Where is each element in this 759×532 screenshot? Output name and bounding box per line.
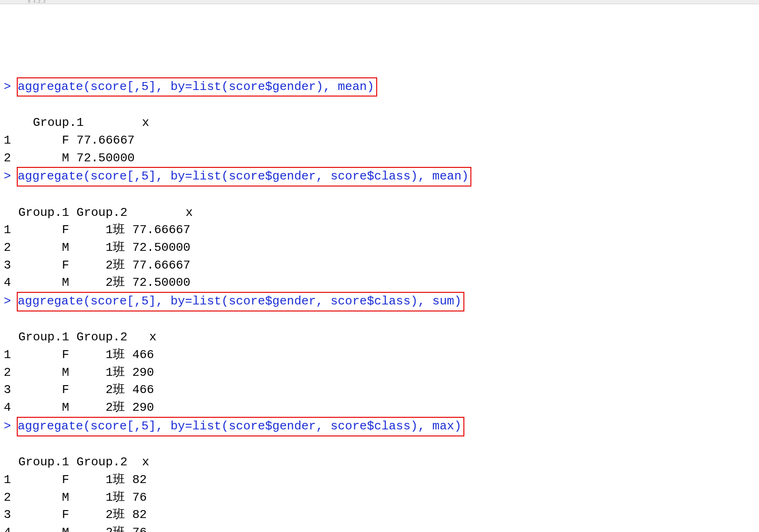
highlight-box: aggregate(score[,5], by=list(score$gende… [17,167,471,187]
console-output-line: 1 F 1班 82 [4,473,147,487]
console-output-line: Group.1 Group.2 x [4,330,157,344]
console-output-line: 4 M 2班 76 [4,525,147,532]
console-output-line: 2 M 1班 72.50000 [4,241,190,255]
prompt-symbol: > [4,418,17,435]
command-text: aggregate(score[,5], by=list(score$gende… [18,80,374,94]
console-output-line: 2 M 1班 76 [4,491,147,504]
console-output-line: Group.1 x [18,116,149,130]
console-output-line: 1 F 1班 466 [4,348,154,362]
console-output-line: 3 F 2班 466 [4,383,154,397]
command-text: aggregate(score[,5], by=list(score$gende… [18,294,462,308]
console-output-line: Group.1 Group.2 x [4,455,149,469]
command-text: aggregate(score[,5], by=list(score$gende… [18,169,469,183]
highlight-box: aggregate(score[,5], by=list(score$gende… [17,77,377,97]
highlight-box: aggregate(score[,5], by=list(score$gende… [17,292,464,311]
prompt-symbol: > [4,293,17,311]
title-bar: R 4.2.2 [0,0,759,4]
console-output-line: 4 M 2班 290 [4,401,154,415]
prompt-symbol: > [4,78,17,96]
console-output-line: 2 M 1班 290 [4,366,154,380]
command-text: aggregate(score[,5], by=list(score$gende… [18,419,462,433]
console-command-line[interactable]: >aggregate(score[,5], by=list(score$gend… [4,417,755,436]
console-output-line: 1 F 77.66667 [4,133,135,147]
highlight-box: aggregate(score[,5], by=list(score$gende… [17,417,464,436]
console-output-line: 1 F 1班 77.66667 [4,223,190,237]
console-output-line: 4 M 2班 72.50000 [4,276,190,290]
console-output-line: 2 M 72.50000 [4,151,135,165]
console-output-line: Group.1 Group.2 x [4,206,193,220]
console-command-line[interactable]: >aggregate(score[,5], by=list(score$gend… [4,292,755,311]
console-output-line: 3 F 2班 82 [4,508,147,522]
prompt-symbol: > [4,168,17,186]
console-output-line: 3 F 2班 77.66667 [4,258,190,272]
console-command-line[interactable]: >aggregate(score[,5], by=list(score$gend… [4,167,755,187]
console-command-line[interactable]: >aggregate(score[,5], by=list(score$gend… [4,77,755,97]
r-console[interactable]: >aggregate(score[,5], by=list(score$gend… [0,4,759,532]
